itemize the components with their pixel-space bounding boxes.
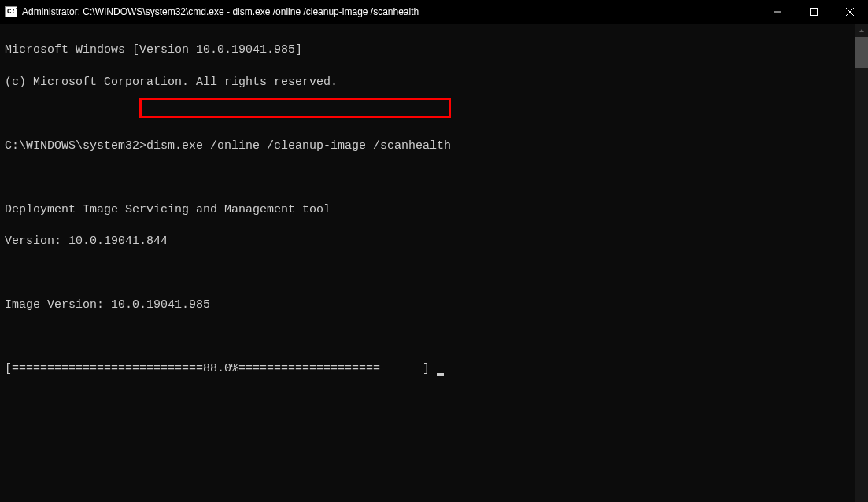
scroll-up-button[interactable] [855, 24, 868, 37]
image-version-line: Image Version: 10.0.19041.985 [5, 297, 863, 313]
window-titlebar[interactable]: C:\ Administrator: C:\WINDOWS\system32\c… [0, 0, 868, 24]
tool-version-line: Version: 10.0.19041.844 [5, 234, 863, 249]
prompt-text: C:\WINDOWS\system32> [5, 139, 146, 153]
progress-line: [===========================88.0%=======… [5, 361, 863, 377]
copyright-line: (c) Microsoft Corporation. All rights re… [5, 75, 863, 90]
svg-rect-1 [811, 9, 818, 16]
cursor [437, 373, 444, 376]
blank-line [5, 106, 863, 122]
minimize-button[interactable] [759, 0, 796, 24]
blank-line [5, 266, 863, 282]
terminal-output[interactable]: Microsoft Windows [Version 10.0.19041.98… [0, 24, 868, 428]
blank-line [5, 170, 863, 186]
version-line: Microsoft Windows [Version 10.0.19041.98… [5, 42, 863, 58]
tool-name-line: Deployment Image Servicing and Managemen… [5, 202, 863, 218]
vertical-scrollbar[interactable] [855, 24, 868, 502]
titlebar-left: C:\ Administrator: C:\WINDOWS\system32\c… [5, 6, 419, 17]
blank-line [5, 330, 863, 345]
prompt-line: C:\WINDOWS\system32>dism.exe /online /cl… [5, 138, 863, 154]
progress-bar-text: [===========================88.0%=======… [5, 362, 437, 375]
window-controls [759, 0, 868, 24]
close-button[interactable] [832, 0, 868, 24]
cmd-icon: C:\ [5, 6, 17, 17]
command-text: dism.exe /online /cleanup-image /scanhea… [146, 139, 451, 153]
scroll-thumb[interactable] [855, 37, 868, 68]
maximize-button[interactable] [796, 0, 832, 24]
window-title: Administrator: C:\WINDOWS\system32\cmd.e… [22, 6, 419, 17]
